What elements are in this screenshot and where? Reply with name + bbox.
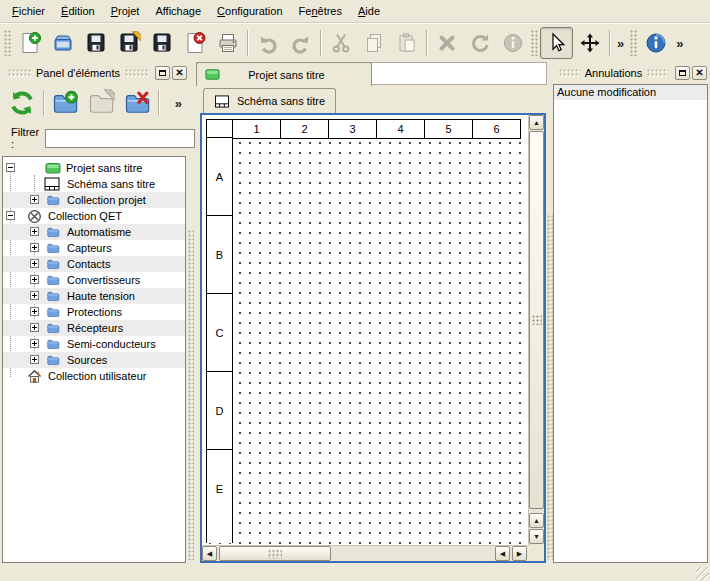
scroll-up-button[interactable]: ▲ <box>529 115 544 130</box>
new-file-button[interactable] <box>13 27 46 59</box>
tree-item-capteurs[interactable]: Capteurs <box>3 240 185 256</box>
copy-icon <box>362 31 386 55</box>
schema-icon <box>44 177 60 191</box>
move-tool-button[interactable] <box>573 27 606 59</box>
paste-button[interactable] <box>390 27 423 59</box>
help-info-button[interactable] <box>639 27 672 59</box>
save-all-button[interactable] <box>145 27 178 59</box>
column-header: 2 <box>280 119 329 139</box>
open-file-button[interactable] <box>46 27 79 59</box>
menu-fichier[interactable]: Fichier <box>4 2 53 20</box>
cut-button[interactable] <box>324 27 357 59</box>
dock-handle-texture <box>125 69 148 77</box>
schema-tab-bar: Schéma sans titre <box>196 86 547 113</box>
column-header: 4 <box>376 119 425 139</box>
schema-drawing-area[interactable]: 1 2 3 4 5 6 A B C D E <box>202 115 528 545</box>
elements-panel-toolbar: » <box>0 81 190 125</box>
new-category-button[interactable] <box>47 85 83 121</box>
tree-item-recepteurs[interactable]: Récepteurs <box>3 320 185 336</box>
tree-item-sources[interactable]: Sources <box>3 352 185 368</box>
save-as-button[interactable] <box>112 27 145 59</box>
expand-expander-icon[interactable] <box>30 307 39 316</box>
column-header: 1 <box>232 119 281 139</box>
schema-icon <box>214 95 230 108</box>
tree-item-collection-projet[interactable]: Collection projet <box>3 192 185 208</box>
resize-grip[interactable] <box>696 567 709 580</box>
expand-expander-icon[interactable] <box>30 195 39 204</box>
expand-expander-icon[interactable] <box>30 259 39 268</box>
dock-close-button[interactable]: ✕ <box>172 66 187 80</box>
collapse-expander-icon[interactable] <box>6 163 15 172</box>
toolbar-drag-handle[interactable] <box>630 30 637 56</box>
rotate-button[interactable] <box>463 27 496 59</box>
dock-close-button[interactable]: ✕ <box>692 66 707 80</box>
tree-item-protections[interactable]: Protections <box>3 304 185 320</box>
tree-item-project[interactable]: Projet sans titre <box>3 160 185 176</box>
scroll-up-button-bottom[interactable]: ▲ <box>529 513 544 528</box>
collapse-expander-icon[interactable] <box>6 211 15 220</box>
select-tool-button[interactable] <box>540 27 573 59</box>
elements-panel-titlebar[interactable]: Panel d'éléments ✕ <box>0 64 190 81</box>
expand-expander-icon[interactable] <box>30 323 39 332</box>
toolbar-overflow-button[interactable]: » <box>613 36 628 51</box>
horizontal-scrollbar[interactable]: ◀ ◀ ▶ <box>202 545 528 561</box>
scroll-left-button-right[interactable]: ◀ <box>495 546 510 561</box>
toolbar-separator <box>43 90 44 116</box>
dock-float-button[interactable] <box>675 66 690 80</box>
annulations-titlebar[interactable]: Annulations ✕ <box>551 64 710 81</box>
filter-input[interactable] <box>45 129 195 148</box>
column-header: 5 <box>424 119 473 139</box>
reload-collections-button[interactable] <box>4 85 40 121</box>
toolbar-separator <box>247 30 248 56</box>
horizontal-scroll-thumb[interactable] <box>219 546 331 561</box>
tab-schema-sans-titre[interactable]: Schéma sans titre <box>203 88 336 113</box>
delete-button[interactable] <box>430 27 463 59</box>
expand-expander-icon[interactable] <box>30 291 39 300</box>
redo-button[interactable] <box>284 27 317 59</box>
expand-expander-icon[interactable] <box>30 227 39 236</box>
vertical-scroll-thumb[interactable] <box>529 131 544 509</box>
tree-item-collection-qet[interactable]: Collection QET <box>3 208 185 224</box>
info-button[interactable] <box>496 27 529 59</box>
menu-configuration[interactable]: Configuration <box>209 2 290 20</box>
tree-item-haute-tension[interactable]: Haute tension <box>3 288 185 304</box>
tab-projet-sans-titre[interactable]: Projet sans titre <box>196 62 372 86</box>
menu-affichage[interactable]: Affichage <box>147 2 209 20</box>
expand-expander-icon[interactable] <box>30 339 39 348</box>
copy-button[interactable] <box>357 27 390 59</box>
panel-toolbar-overflow-button[interactable]: » <box>171 96 186 111</box>
menu-fenetres[interactable]: Fenêtres <box>291 2 350 20</box>
save-button[interactable] <box>79 27 112 59</box>
toolbar-overflow-button[interactable]: » <box>672 36 687 51</box>
tree-item-convertisseurs[interactable]: Convertisseurs <box>3 272 185 288</box>
scroll-left-button[interactable]: ◀ <box>202 546 217 561</box>
menu-aide[interactable]: Aide <box>350 2 388 20</box>
expand-expander-icon[interactable] <box>30 355 39 364</box>
tree-item-automatisme[interactable]: Automatisme <box>3 224 185 240</box>
menu-projet[interactable]: Projet <box>103 2 148 20</box>
print-button[interactable] <box>211 27 244 59</box>
toolbar-drag-handle[interactable] <box>4 30 11 56</box>
tree-item-schema[interactable]: Schéma sans titre <box>3 176 185 192</box>
edit-category-button[interactable] <box>83 85 119 121</box>
expand-expander-icon[interactable] <box>30 243 39 252</box>
tree-item-semi-conducteurs[interactable]: Semi-conducteurs <box>3 336 185 352</box>
menu-edition[interactable]: Édition <box>53 2 103 20</box>
left-splitter-handle[interactable] <box>188 230 194 560</box>
folder-icon <box>45 225 61 239</box>
delete-category-button[interactable] <box>119 85 155 121</box>
scroll-right-button[interactable]: ▶ <box>512 546 527 561</box>
undo-history-list[interactable]: Aucune modification <box>553 84 708 563</box>
undo-button[interactable] <box>251 27 284 59</box>
close-file-button[interactable] <box>178 27 211 59</box>
row-header: E <box>206 449 233 528</box>
undo-list-item[interactable]: Aucune modification <box>554 85 707 100</box>
vertical-scrollbar[interactable]: ▲ ▲ ▼ <box>528 115 544 545</box>
expand-expander-icon[interactable] <box>30 275 39 284</box>
tree-item-collection-utilisateur[interactable]: Collection utilisateur <box>3 368 185 384</box>
scroll-down-button[interactable]: ▼ <box>529 529 544 544</box>
toolbar-drag-handle[interactable] <box>531 30 538 56</box>
float-icon <box>679 70 686 76</box>
dock-float-button[interactable] <box>155 66 170 80</box>
tree-item-contacts[interactable]: Contacts <box>3 256 185 272</box>
